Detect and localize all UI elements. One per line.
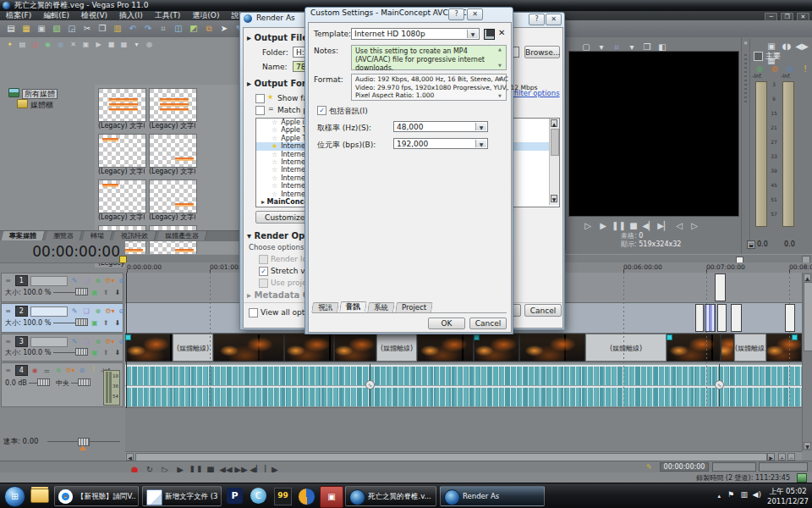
pps-icon[interactable]: P [227, 488, 243, 504]
video-event[interactable] [721, 334, 734, 362]
phase-icon[interactable]: ⚌ [42, 366, 52, 375]
edit-cursor[interactable] [126, 273, 127, 408]
lock-fader-icon[interactable]: ⬓ [747, 240, 755, 249]
track-name-field[interactable] [30, 337, 68, 347]
automation-icon[interactable]: ⚙▾ [105, 276, 114, 285]
video-event[interactable] [667, 334, 721, 362]
video-event[interactable] [125, 334, 173, 362]
make-parent-icon[interactable]: ⬆ [102, 288, 111, 297]
save-template-icon[interactable] [484, 29, 495, 40]
import-media-icon[interactable]: ▤ [17, 40, 28, 50]
dock-tab-0[interactable]: 專案媒體 [2, 231, 46, 240]
ignore-grouping-icon[interactable]: ⧉ [202, 22, 216, 35]
media-properties-icon[interactable]: ▣ [80, 40, 91, 50]
pan-slider[interactable] [78, 378, 91, 386]
stop-icon[interactable]: ■ [627, 219, 640, 232]
cancel-button[interactable]: Cancel [469, 318, 507, 329]
vegas-window-button[interactable]: 死亡之翼的脊椎.v... [345, 486, 436, 506]
preview-stop-icon[interactable]: ■ [106, 40, 117, 50]
sample-rate-combo[interactable]: 48,000 ▼ [393, 121, 488, 132]
chrome-window-button[interactable]: 【新視聽】請問V... [54, 486, 139, 506]
make-child-icon[interactable]: ⬇ [112, 318, 122, 328]
video-event[interactable] [334, 334, 376, 362]
make-parent-icon[interactable]: ⬆ [102, 348, 111, 357]
fade-handle-icon[interactable]: ∿ [715, 380, 724, 389]
compositing-icon[interactable]: ❏ [82, 306, 91, 316]
composite-mode-icon[interactable]: ▣ [90, 288, 99, 297]
track-header-3[interactable]: ≡ 3 ✎ ❏ ⊕ ⚙▾ ⊘ ! 大小: 100.0 % ▣ ⬆ ⬇ [1, 334, 123, 362]
go-start-icon[interactable]: ◀▏ [642, 219, 656, 232]
fade-handle-icon[interactable]: ∿ [365, 380, 375, 389]
mute-icon[interactable]: ⊘ [77, 366, 86, 375]
settings-tab-0[interactable]: 視訊 [311, 302, 339, 312]
project-rotation-checkbox[interactable] [259, 279, 268, 288]
media-thumbnail[interactable]: (Legacy) 文字(... [149, 179, 195, 222]
chat-99-icon[interactable]: 99 [274, 488, 292, 505]
tree-item-1[interactable]: 媒體櫃 [8, 99, 93, 110]
make-parent-icon[interactable]: ⬆ [102, 318, 111, 328]
timeline-event[interactable] [705, 304, 716, 332]
track-motion-icon[interactable]: ✎ [70, 276, 80, 285]
settings-tab-2[interactable]: 系統 [367, 302, 395, 312]
track-fx-icon[interactable]: ⊕ [54, 366, 63, 375]
menu-E[interactable]: 編輯(E) [37, 11, 75, 20]
new-bin-icon[interactable]: ✦ [4, 40, 15, 50]
size-value[interactable]: 100.0 % [23, 349, 51, 356]
automation-icon[interactable]: ⚙▾ [105, 337, 114, 346]
views-arrow-icon[interactable]: ▾ [131, 40, 142, 50]
remove-media-icon[interactable]: ✕ [68, 40, 79, 50]
make-child-icon[interactable]: ⬇ [112, 348, 122, 357]
notes-box[interactable]: Use this setting to create an MP4 (AVC/A… [351, 45, 507, 70]
menu-T[interactable]: 工具(T) [149, 11, 187, 20]
dock-tab-2[interactable]: 轉場 [83, 231, 113, 240]
media-thumbnail[interactable]: (Legacy) 文字(... [149, 134, 195, 176]
edit-timecode-icon[interactable]: ✎ [646, 463, 652, 471]
track-motion-icon[interactable]: ✎ [70, 306, 80, 316]
go-end-icon[interactable]: ▶▏ [657, 219, 671, 232]
level-slider[interactable] [75, 288, 88, 295]
network-icon[interactable]: ▥ [740, 490, 748, 499]
notepad-window-button[interactable]: 新增文字文件 (3) ... [142, 486, 222, 506]
zoom-out-icon[interactable]: − [787, 453, 795, 461]
media-thumbnail[interactable]: (Legacy) 文字(... [98, 88, 145, 130]
start-button[interactable]: ⊞ [4, 486, 25, 507]
timeline-event[interactable] [717, 304, 727, 332]
settings-tab-1[interactable]: 音訊 [339, 301, 367, 312]
compositing-icon[interactable]: ❏ [82, 276, 91, 285]
capture-video-icon[interactable]: ◲ [30, 40, 41, 50]
pause-icon[interactable]: ❚❚ [612, 219, 625, 232]
match-project-checkbox[interactable] [255, 106, 265, 115]
video-event[interactable] [213, 334, 284, 362]
timeline-event[interactable] [715, 273, 726, 301]
clock[interactable]: 上午 05:02 2011/12/27 [767, 486, 809, 506]
timeline-event[interactable] [731, 304, 742, 332]
action-center-icon[interactable]: ⚑ [727, 490, 734, 499]
tree-item-0[interactable]: 所有媒體 [8, 88, 93, 99]
magnifier-icon[interactable]: ◎ [144, 40, 155, 50]
chevron-down-icon[interactable]: ▼ [467, 30, 478, 38]
solo-icon[interactable]: ! [798, 63, 812, 75]
media-thumbnail[interactable]: (Legacy) 文字(... [149, 88, 195, 130]
composite-mode-icon[interactable]: ▣ [90, 318, 99, 328]
play-from-start-icon[interactable]: ▷ [581, 219, 595, 232]
chevron-down-icon[interactable]: ▼ [475, 123, 486, 130]
help-button[interactable]: ? [448, 8, 464, 20]
selection-start-field[interactable] [712, 462, 756, 472]
recorder-app-button[interactable]: ▣ [320, 486, 343, 508]
selection-length-field[interactable] [759, 462, 808, 472]
track-lane-4[interactable]: ∿∿ [125, 362, 802, 408]
level-slider[interactable] [75, 348, 88, 356]
track-name-field[interactable] [30, 306, 68, 317]
timecode-display[interactable]: 00:00:00:00 [0, 240, 125, 263]
video-event[interactable] [519, 334, 585, 362]
volume-icon[interactable]: ◀) [753, 490, 761, 499]
compositing-icon[interactable]: ❏ [82, 337, 91, 346]
size-value[interactable]: 100.0 % [23, 319, 51, 327]
video-event[interactable] [474, 334, 519, 362]
vscroll-thumb[interactable] [804, 282, 812, 351]
cut-icon[interactable]: ✂ [80, 22, 94, 35]
offline-event[interactable]: (媒體離線) [173, 334, 213, 362]
prev-frame-icon[interactable]: ◁ [672, 219, 686, 232]
automation-icon[interactable]: ⚙▾ [65, 366, 74, 375]
bit-rate-combo[interactable]: 192,000 ▼ [393, 138, 488, 149]
